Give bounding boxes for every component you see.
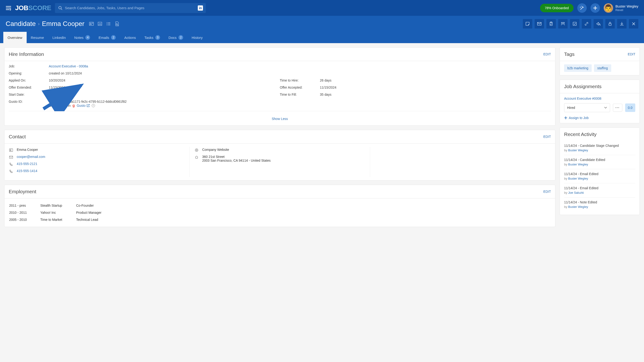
person-icon	[9, 148, 14, 152]
note-action[interactable]	[523, 19, 532, 28]
activity-user-link[interactable]: Buster Wegley	[568, 148, 588, 152]
edit-hire-button[interactable]: EDIT	[543, 52, 551, 56]
tab-docs[interactable]: Docs2	[164, 32, 188, 43]
linkedin-search-icon[interactable]: in	[198, 6, 203, 10]
id-card-icon[interactable]	[89, 21, 94, 27]
tab-notes[interactable]: Notes4	[70, 32, 94, 43]
jobscore-logo[interactable]: JOBSCORE	[15, 4, 51, 12]
offer-extended-value: 11/15/2024	[49, 86, 280, 89]
tab-tasks[interactable]: Tasks3	[140, 32, 164, 43]
job-assignment-link[interactable]: Account Executive #0008	[564, 97, 635, 100]
contact-phone-1[interactable]: 415-555-2121	[17, 162, 37, 166]
menu-icon[interactable]	[6, 6, 11, 10]
job-label: Job:	[9, 64, 49, 68]
contact-phone-2[interactable]: 415-555-1414	[17, 169, 37, 173]
activity-item: 11/14/24 - Candidate Editedby Buster Weg…	[564, 155, 635, 169]
activity-by: by Joe Saluzki	[564, 191, 635, 194]
tab-emails[interactable]: Emails2	[94, 32, 120, 43]
lock-action[interactable]	[605, 19, 615, 28]
employment-dates: 2005 - 2010	[9, 216, 40, 223]
assign-to-job-button[interactable]: Assign to Job	[564, 116, 635, 120]
employment-dates: 2011 - pres	[9, 202, 40, 209]
tag[interactable]: staffing	[594, 64, 611, 72]
employment-company: Yahoo! Inc	[40, 209, 76, 216]
employment-company: Stealth Startup	[40, 202, 76, 209]
breadcrumb-root[interactable]: Candidate	[6, 20, 36, 28]
stage-select[interactable]: Hired	[564, 103, 610, 112]
tasks-count-badge: 3	[155, 35, 160, 40]
job-link[interactable]: Account Executive - 0008a	[49, 64, 88, 68]
activity-list: 11/14/24 - Candidate Stage Changedby Bus…	[560, 141, 640, 215]
check-action[interactable]	[570, 19, 580, 28]
offer-accepted-value: 11/15/2024	[320, 86, 551, 89]
list-icon[interactable]	[106, 21, 111, 27]
employment-role: Technical Lead	[76, 216, 550, 223]
employment-row: 2005 - 2010Time to MarketTechnical Lead	[9, 216, 550, 223]
download-action[interactable]	[617, 19, 626, 28]
help-icon[interactable]: ?	[92, 104, 95, 107]
link-action[interactable]	[582, 19, 591, 28]
onboarded-pill[interactable]: 78% Onboarded	[540, 4, 574, 12]
svg-point-30	[195, 149, 198, 152]
chart-icon[interactable]	[97, 21, 103, 27]
user-menu[interactable]: 👨 Buster Wegley Revel	[604, 3, 638, 13]
activity-title: 11/14/24 - Email Edited	[564, 172, 635, 176]
start-date-label: Start Date:	[9, 92, 49, 96]
svg-point-12	[107, 25, 108, 26]
time-to-fill-label: Time to Fill:	[280, 92, 320, 96]
external-link-icon	[86, 104, 90, 107]
applied-on-value: 10/20/2024	[49, 78, 280, 82]
offer-accepted-label: Offer Accepted:	[280, 86, 320, 89]
tab-history[interactable]: History	[188, 32, 207, 43]
activity-user-link[interactable]: Buster Wegley	[568, 205, 588, 208]
edit-tags-button[interactable]: EDIT	[628, 52, 635, 56]
tab-actions[interactable]: Actions	[120, 32, 140, 43]
add-button[interactable]	[590, 3, 600, 13]
employment-dates: 2010 - 2011	[9, 209, 40, 216]
score-button[interactable]: 0.0	[625, 104, 635, 112]
svg-line-1	[61, 9, 62, 10]
tab-linkedin[interactable]: LinkedIn	[48, 32, 70, 43]
more-options-button[interactable]: ···	[613, 104, 622, 112]
tags-title: Tags	[564, 52, 574, 57]
search-icon	[58, 6, 62, 10]
file-search-icon[interactable]	[114, 21, 120, 27]
tag[interactable]: b2b marketing	[564, 64, 592, 72]
gusto-id-label: Gusto ID:	[9, 100, 49, 108]
tab-overview[interactable]: Overview	[3, 32, 27, 43]
time-to-hire-label: Time to Hire:	[280, 78, 320, 82]
time-to-fill-value: 35 days	[320, 92, 551, 96]
edit-contact-button[interactable]: EDIT	[543, 135, 551, 138]
activity-user-link[interactable]: Joe Saluzki	[568, 191, 584, 194]
edit-employment-button[interactable]: EDIT	[543, 190, 551, 194]
email-action[interactable]	[534, 19, 544, 28]
gusto-link[interactable]: Gusto	[76, 104, 90, 108]
employment-row: 2011 - presStealth StartupCo-Founder	[9, 202, 550, 209]
gusto-logo-icon: g	[72, 104, 75, 108]
activity-user-link[interactable]: Buster Wegley	[568, 177, 588, 180]
contact-email[interactable]: cooper@email.com	[17, 155, 45, 158]
phone-icon	[9, 162, 14, 166]
activity-user-link[interactable]: Buster Wegley	[568, 162, 588, 166]
activity-item: 11/14/24 - Email Editedby Joe Saluzki	[564, 183, 635, 198]
search-bar[interactable]: in	[55, 3, 206, 13]
company-icon	[194, 148, 199, 152]
svg-rect-24	[609, 24, 611, 26]
employment-role: Product Manager	[76, 209, 550, 216]
address-line-1: 360 21st Street	[202, 155, 270, 158]
employment-table: 2011 - presStealth StartupCo-Founder2010…	[9, 202, 551, 224]
close-action[interactable]	[629, 19, 638, 28]
show-less-link[interactable]: Show Less	[272, 117, 288, 121]
activity-by: by Buster Wegley	[564, 205, 635, 208]
search-input[interactable]	[65, 6, 202, 10]
wand-button[interactable]	[577, 3, 587, 13]
clipboard-action[interactable]	[546, 19, 556, 28]
svg-point-28	[10, 150, 11, 150]
tab-resume[interactable]: Resume	[27, 32, 48, 43]
home-icon	[194, 155, 199, 159]
activity-item: 11/14/24 - Email Editedby Buster Wegley	[564, 169, 635, 183]
share-action[interactable]	[594, 19, 603, 28]
activity-title: 11/14/24 - Note Edited	[564, 200, 635, 204]
svg-rect-23	[573, 22, 576, 26]
relation-action[interactable]	[558, 19, 568, 28]
